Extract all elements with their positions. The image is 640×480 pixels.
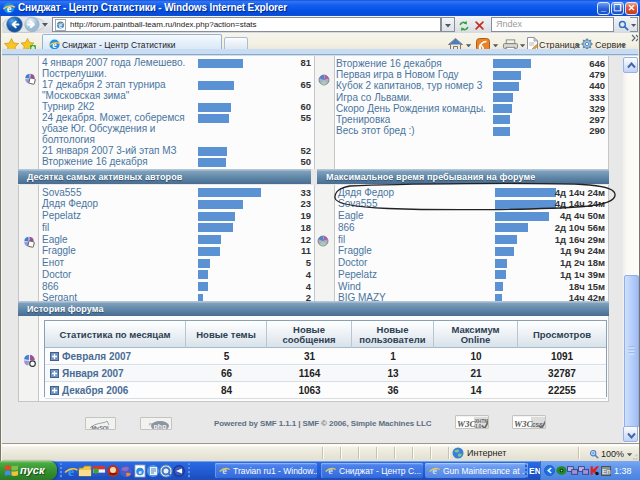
svg-text:W3C: W3C — [514, 419, 534, 429]
svg-text:1.0: 1.0 — [475, 424, 482, 429]
svg-text:css: css — [532, 421, 543, 428]
svg-text:e: e — [328, 465, 333, 476]
svg-text:e: e — [68, 464, 74, 478]
svg-text:e: e — [432, 465, 437, 476]
svg-text:e: e — [59, 21, 63, 28]
svg-text:MySQL: MySQL — [92, 425, 112, 430]
svg-text:W3C: W3C — [457, 419, 477, 429]
svg-text:e: e — [7, 3, 12, 14]
svg-text:e: e — [138, 468, 141, 476]
svg-text:e: e — [222, 465, 227, 476]
svg-text:php: php — [154, 423, 167, 431]
